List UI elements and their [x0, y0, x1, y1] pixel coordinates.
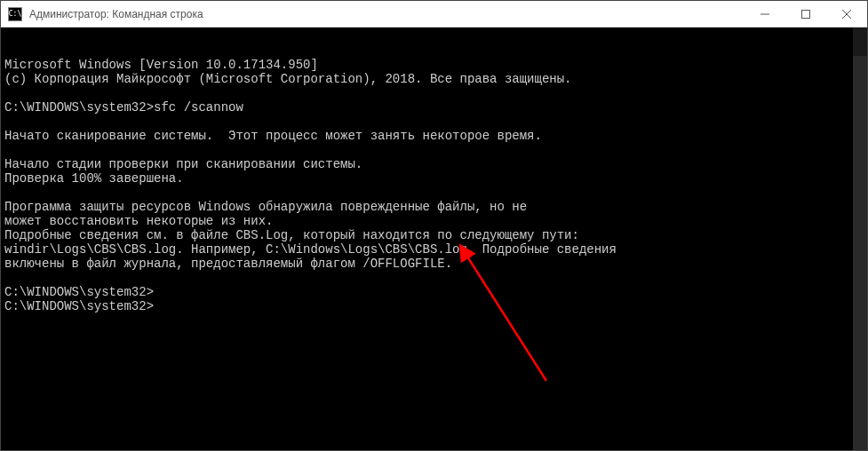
close-button[interactable] — [826, 1, 867, 27]
svg-line-5 — [467, 257, 546, 381]
terminal-output[interactable]: Microsoft Windows [Version 10.0.17134.95… — [1, 28, 867, 450]
close-icon — [842, 10, 851, 19]
maximize-icon — [801, 10, 810, 19]
command-prompt-window: C:\ Администратор: Командная строка Micr… — [0, 0, 868, 451]
window-controls — [745, 1, 867, 27]
titlebar[interactable]: C:\ Администратор: Командная строка — [1, 1, 867, 28]
minimize-icon — [760, 10, 769, 19]
svg-rect-1 — [802, 10, 810, 18]
minimize-button[interactable] — [745, 1, 785, 27]
window-title: Администратор: Командная строка — [28, 8, 745, 20]
app-icon-label: C:\ — [9, 11, 21, 18]
annotation-arrow-icon — [1, 28, 867, 450]
maximize-button[interactable] — [785, 1, 826, 27]
app-icon: C:\ — [8, 7, 22, 21]
